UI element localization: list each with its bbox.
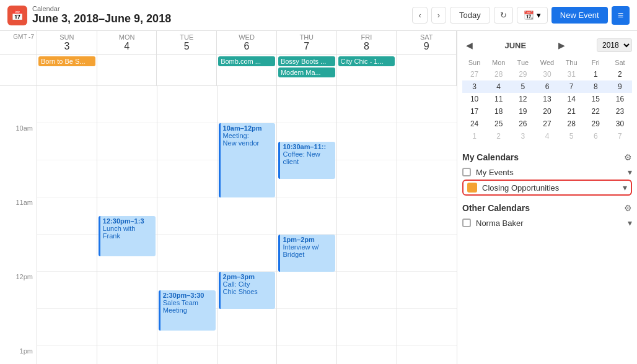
mini-day-9[interactable]: 9 bbox=[608, 80, 632, 93]
mini-day-6[interactable]: 6 bbox=[535, 80, 559, 93]
day-col-thu-grid: 10:30am–11:: Coffee: New client 1pm–2pm … bbox=[277, 86, 337, 364]
mini-day-27-may[interactable]: 27 bbox=[462, 68, 486, 80]
mini-cal-prev[interactable]: ◀ bbox=[462, 39, 477, 51]
mini-day-17[interactable]: 17 bbox=[462, 105, 486, 118]
mini-dow-tue: Tue bbox=[511, 57, 535, 68]
mini-day-8[interactable]: 8 bbox=[584, 80, 608, 93]
mini-day-3[interactable]: 3 bbox=[462, 80, 486, 93]
mini-day-5[interactable]: 5 bbox=[511, 80, 535, 93]
norma-dropdown[interactable]: ▾ bbox=[628, 218, 632, 228]
prev-button[interactable]: ‹ bbox=[412, 7, 427, 24]
mini-day-5-jul[interactable]: 5 bbox=[560, 130, 584, 142]
mini-day-19[interactable]: 19 bbox=[511, 105, 535, 118]
mini-day-12[interactable]: 12 bbox=[511, 93, 535, 105]
menu-button[interactable]: ≡ bbox=[612, 6, 630, 25]
event-lunch-frank[interactable]: 12:30pm–1:3 Lunch with Frank bbox=[99, 216, 156, 256]
mini-cal-next[interactable]: ▶ bbox=[555, 39, 569, 51]
other-calendars-gear[interactable]: ⚙ bbox=[624, 203, 632, 213]
event-call-citychic[interactable]: 2pm–3pm Call: City Chic Shoes bbox=[219, 272, 276, 309]
mini-day-20[interactable]: 20 bbox=[535, 105, 559, 118]
mini-day-21[interactable]: 21 bbox=[560, 105, 584, 118]
day-col-fri-grid bbox=[337, 86, 397, 364]
allday-wed: Bomb.com ... bbox=[217, 55, 277, 85]
mini-week-1: 27 28 29 30 31 1 2 bbox=[462, 68, 632, 80]
mini-day-29-may[interactable]: 29 bbox=[511, 68, 535, 80]
header: 📅 Calendar June 3, 2018–June 9, 2018 ‹ ›… bbox=[0, 0, 637, 31]
event-meeting-vendor[interactable]: 10am–12pm Meeting: New vendor bbox=[219, 123, 276, 197]
mini-day-30[interactable]: 30 bbox=[608, 118, 632, 130]
mini-day-28-may[interactable]: 28 bbox=[486, 68, 511, 80]
mini-day-31-may[interactable]: 31 bbox=[560, 68, 584, 80]
event-sales-team[interactable]: 2:30pm–3:30 Sales Team Meeting bbox=[159, 290, 216, 331]
mini-day-23[interactable]: 23 bbox=[608, 105, 632, 118]
time-label-1230 bbox=[0, 309, 37, 346]
my-events-checkbox[interactable] bbox=[462, 168, 471, 176]
day-columns: 12:30pm–1:3 Lunch with Frank 2:30p bbox=[37, 86, 457, 364]
allday-sat bbox=[397, 55, 457, 85]
allday-event-modern[interactable]: Modern Ma... bbox=[278, 67, 335, 77]
mini-day-30-may[interactable]: 30 bbox=[535, 68, 559, 80]
day-col-tue-grid: 2:30pm–3:30 Sales Team Meeting bbox=[157, 86, 217, 364]
mini-day-1-jun[interactable]: 1 bbox=[584, 68, 608, 80]
allday-event-born[interactable]: Born to Be S... bbox=[38, 56, 95, 66]
mini-day-14[interactable]: 14 bbox=[560, 93, 584, 105]
day-col-fri: FRI8 bbox=[337, 31, 397, 54]
my-events-label: My Events bbox=[476, 168, 514, 177]
mini-day-29[interactable]: 29 bbox=[584, 118, 608, 130]
allday-tue bbox=[157, 55, 217, 85]
mini-day-15[interactable]: 15 bbox=[584, 93, 608, 105]
mini-day-26[interactable]: 26 bbox=[511, 118, 535, 130]
allday-event-bossy[interactable]: Bossy Boots ... bbox=[278, 56, 335, 66]
mini-day-4[interactable]: 4 bbox=[486, 80, 511, 93]
mini-day-22[interactable]: 22 bbox=[584, 105, 608, 118]
next-button[interactable]: › bbox=[431, 7, 446, 24]
day-col-wed: WED6 bbox=[217, 31, 277, 54]
day-col-sat-grid bbox=[397, 86, 457, 364]
mini-day-24[interactable]: 24 bbox=[462, 118, 486, 130]
allday-event-citychic[interactable]: City Chic - 1... bbox=[338, 56, 395, 66]
mini-day-2-jun[interactable]: 2 bbox=[608, 68, 632, 80]
mini-day-28[interactable]: 28 bbox=[560, 118, 584, 130]
mini-day-6-jul[interactable]: 6 bbox=[584, 130, 608, 142]
today-button[interactable]: Today bbox=[450, 7, 490, 24]
mini-day-3-jul[interactable]: 3 bbox=[511, 130, 535, 142]
mini-day-25[interactable]: 25 bbox=[486, 118, 511, 130]
allday-event-bomb[interactable]: Bomb.com ... bbox=[218, 56, 275, 66]
app-name: Calendar bbox=[32, 5, 171, 12]
event-interview-bridget[interactable]: 1pm–2pm Interview w/ Bridget bbox=[278, 235, 335, 272]
mini-cal-year-select[interactable]: 2018 bbox=[597, 38, 632, 52]
my-calendars-section: My Calendars ⚙ My Events ▾ Closing Oppor… bbox=[462, 150, 632, 196]
allday-row: Born to Be S... Bomb.com ... Bossy Boots… bbox=[0, 55, 457, 86]
cal-item-my-events: My Events ▾ bbox=[462, 165, 632, 180]
cal-item-closing-opp: Closing Opportunities ▾ bbox=[462, 180, 632, 196]
other-calendars-header: Other Calendars ⚙ bbox=[462, 201, 632, 215]
closing-opp-dropdown[interactable]: ▾ bbox=[623, 183, 627, 193]
closing-opp-checkbox[interactable] bbox=[467, 183, 477, 193]
mini-day-7-jul[interactable]: 7 bbox=[608, 130, 632, 142]
time-label-1130 bbox=[0, 235, 37, 272]
mini-day-27[interactable]: 27 bbox=[535, 118, 559, 130]
mini-day-13[interactable]: 13 bbox=[535, 93, 559, 105]
cal-item-norma: Norma Baker ▾ bbox=[462, 215, 632, 230]
mini-cal-grid: Sun Mon Tue Wed Thu Fri Sat 27 28 bbox=[462, 57, 632, 142]
norma-checkbox[interactable] bbox=[462, 219, 471, 227]
mini-dow-wed: Wed bbox=[535, 57, 559, 68]
calendar-view-button[interactable]: 📆 ▾ bbox=[517, 7, 548, 24]
mini-day-7[interactable]: 7 bbox=[560, 80, 584, 93]
mini-day-16[interactable]: 16 bbox=[608, 93, 632, 105]
my-calendars-gear[interactable]: ⚙ bbox=[624, 152, 632, 162]
mini-day-10[interactable]: 10 bbox=[462, 93, 486, 105]
mini-day-18[interactable]: 18 bbox=[486, 105, 511, 118]
new-event-button[interactable]: New Event bbox=[551, 7, 608, 24]
closing-opp-label: Closing Opportunities bbox=[482, 183, 559, 193]
mini-calendar: ◀ JUNE ▶ 2018 Sun Mon Tue Wed Thu bbox=[462, 36, 632, 142]
mini-day-11[interactable]: 11 bbox=[486, 93, 511, 105]
my-events-dropdown[interactable]: ▾ bbox=[628, 167, 632, 177]
mini-day-2-jul[interactable]: 2 bbox=[486, 130, 511, 142]
cal-item-my-events-left: My Events bbox=[462, 168, 514, 177]
mini-day-4-jul[interactable]: 4 bbox=[535, 130, 559, 142]
event-coffee-client[interactable]: 10:30am–11:: Coffee: New client bbox=[278, 142, 335, 179]
refresh-button[interactable]: ↻ bbox=[494, 7, 513, 24]
day-col-sun-grid bbox=[37, 86, 97, 364]
mini-day-1-jul[interactable]: 1 bbox=[462, 130, 486, 142]
